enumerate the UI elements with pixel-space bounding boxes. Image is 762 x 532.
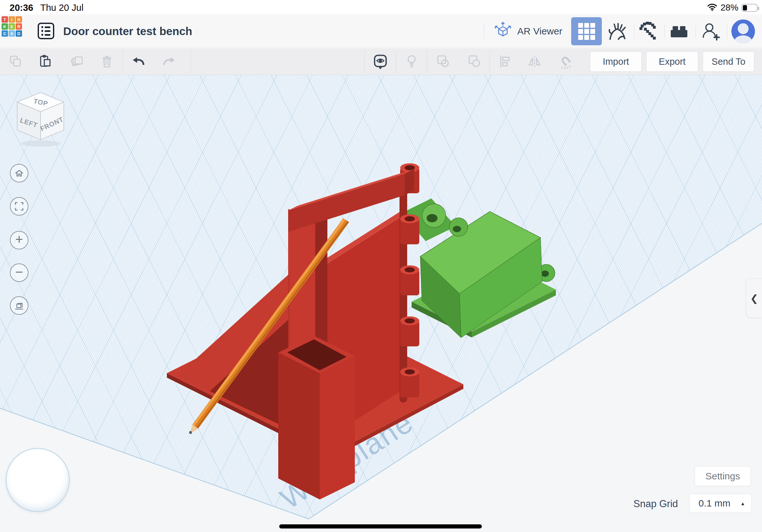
panel-expand-tab[interactable]: ❮ [746, 279, 762, 318]
clock: 20:36 [10, 3, 33, 13]
duplicate-button[interactable] [70, 54, 85, 69]
chevron-left-icon: ❮ [750, 293, 758, 304]
snap-grid-value: 0.1 mm [690, 498, 740, 509]
zoom-in-button[interactable]: + [10, 231, 29, 249]
plus-icon: + [15, 233, 23, 247]
ar-cube-icon [493, 21, 513, 41]
export-button[interactable]: Export [646, 51, 698, 72]
wifi-icon [707, 3, 717, 13]
lego-export-button[interactable] [669, 21, 689, 42]
paste-button[interactable] [38, 54, 53, 69]
fit-view-icon [14, 201, 25, 212]
battery-fill [743, 5, 747, 11]
ar-viewer-button[interactable]: AR Viewer [493, 14, 562, 48]
edit-toolbar: Import Export Send To [0, 48, 762, 75]
viewport[interactable]: Workplane [0, 75, 762, 532]
perspective-icon [14, 300, 25, 311]
grid-icon [578, 23, 595, 40]
account-avatar[interactable] [731, 20, 755, 43]
tinkercad-app: 20:36 Thu 20 Jul 28% T I N [0, 0, 762, 532]
solid-shape-button[interactable] [435, 54, 451, 69]
settings-button[interactable]: Settings [695, 466, 751, 486]
minecraft-export-button[interactable] [638, 21, 658, 42]
sim-lab-paw-button[interactable] [607, 21, 627, 42]
mirror-button[interactable] [527, 54, 542, 69]
tinkercad-logo[interactable]: T I N K E R C A D [2, 16, 22, 37]
copy-button[interactable] [8, 54, 24, 69]
send-to-button[interactable]: Send To [703, 51, 754, 72]
snap-grid-label: Snap Grid [634, 498, 678, 510]
paw-icon [607, 21, 627, 42]
date: Thu 20 Jul [40, 3, 83, 13]
battery-percent: 28% [721, 3, 738, 13]
home-icon [14, 168, 25, 178]
share-collaborate-button[interactable] [700, 21, 721, 42]
pickaxe-icon [638, 21, 658, 42]
view-cube[interactable]: TOP LEFT FRONT [13, 89, 68, 151]
undo-button[interactable] [131, 54, 146, 69]
workplane-grid[interactable] [0, 75, 762, 532]
magnet-snap-button[interactable] [558, 54, 573, 69]
home-view-button[interactable] [10, 164, 29, 182]
caret-up-icon: ▲ [740, 501, 751, 506]
minus-icon: − [15, 265, 23, 280]
snap-grid-dropdown[interactable]: 0.1 mm ▲ [689, 494, 752, 513]
home-indicator[interactable] [279, 524, 482, 528]
editor-3d-button[interactable] [571, 17, 602, 45]
perspective-toggle-button[interactable] [10, 296, 29, 315]
brick-icon [669, 21, 689, 42]
show-all-button[interactable] [372, 54, 387, 69]
delete-button[interactable] [99, 54, 114, 69]
hole-shape-button[interactable] [467, 54, 482, 69]
status-bar: 20:36 Thu 20 Jul 28% [0, 0, 762, 14]
battery-icon [741, 4, 758, 12]
redo-button[interactable] [161, 54, 177, 69]
design-menu-icon[interactable] [38, 23, 54, 39]
align-button[interactable] [497, 54, 513, 69]
orbit-control[interactable] [6, 448, 70, 512]
person-add-icon [700, 21, 721, 42]
ar-viewer-label: AR Viewer [517, 26, 562, 37]
fit-view-button[interactable] [10, 197, 29, 216]
tips-lightbulb-button[interactable] [404, 54, 419, 69]
header: T I N K E R C A D Door counter test benc… [0, 14, 762, 48]
zoom-out-button[interactable]: − [10, 263, 29, 282]
design-title[interactable]: Door counter test bench [63, 14, 192, 48]
import-button[interactable]: Import [590, 51, 642, 72]
